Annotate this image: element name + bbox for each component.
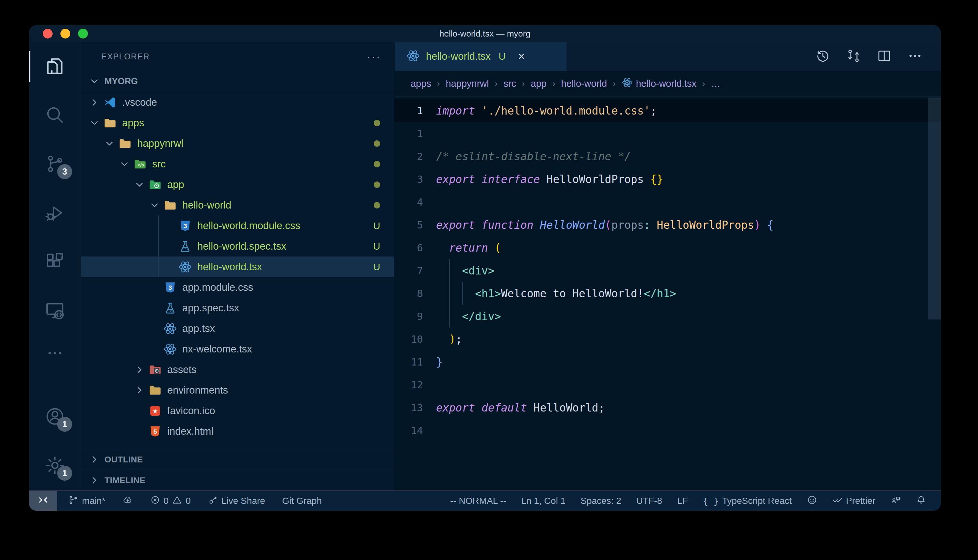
activity-item-search[interactable] [29, 91, 81, 140]
minimize-window-button[interactable] [60, 29, 70, 38]
file-tree: .vscodeappshappynrwl</>srcapphello-world… [81, 92, 394, 442]
line-number: 14 [394, 425, 423, 436]
code-line[interactable]: 1import './hello-world.module.css'; [394, 99, 941, 122]
editor-actions [815, 42, 941, 71]
status-sync-changes[interactable] [122, 495, 133, 507]
chevron-right-icon[interactable] [89, 95, 103, 110]
code-line[interactable]: 11} [394, 350, 941, 373]
section-timeline[interactable]: TIMELINE [81, 470, 394, 490]
activity-item-settings[interactable]: 1 [29, 442, 81, 490]
breadcrumb-item[interactable]: app [531, 78, 547, 89]
code-line[interactable]: 13export default HelloWorld; [394, 396, 941, 419]
tree-item-index-html[interactable]: 5index.html [81, 421, 394, 442]
close-window-button[interactable] [43, 29, 53, 38]
tree-item-app-spec-tsx[interactable]: TSapp.spec.tsx [81, 298, 394, 318]
tree-item-favicon-ico[interactable]: ★favicon.ico [81, 400, 394, 421]
code-line[interactable]: 7 <div> [394, 259, 941, 282]
status-encoding[interactable]: UTF-8 [636, 496, 662, 506]
breadcrumb-item[interactable]: apps [411, 78, 431, 89]
git-untracked-badge: U [373, 220, 380, 232]
chevron-down-icon[interactable] [134, 178, 148, 192]
activity-item-run-debug[interactable] [29, 189, 81, 238]
status-problems[interactable]: 00 [150, 495, 191, 507]
workspace-root-row[interactable]: MYORG [81, 71, 394, 92]
status-notifications[interactable] [916, 495, 926, 507]
explorer-more-actions-icon[interactable]: ··· [367, 50, 381, 63]
tree-item-hello-world-tsx[interactable]: hello-world.tsxU [81, 257, 394, 277]
tree-item-app-tsx[interactable]: app.tsx [81, 318, 394, 339]
editor-scrollbar[interactable] [928, 98, 941, 320]
tree-item-hello-world-module-css[interactable]: 3hello-world.module.cssU [81, 215, 394, 236]
tree-item-app-module-css[interactable]: 3app.module.css [81, 277, 394, 298]
status-language-mode[interactable]: { }TypeScript React [703, 496, 792, 506]
tree-item-hello-world-spec-tsx[interactable]: TShello-world.spec.tsxU [81, 236, 394, 257]
tree-item-apps[interactable]: apps [81, 113, 394, 133]
more-actions-icon[interactable] [908, 48, 923, 65]
code-line[interactable]: 10 ); [394, 328, 941, 350]
traffic-lights [43, 25, 88, 42]
breadcrumb-item[interactable]: … [711, 78, 721, 89]
tree-item-app[interactable]: app [81, 174, 394, 195]
chevron-spacer [164, 218, 178, 233]
zoom-window-button[interactable] [78, 29, 88, 38]
status-text: Prettier [846, 496, 876, 506]
activity-item-accounts[interactable]: 1 [29, 393, 81, 442]
window-title: hello-world.tsx — myorg [439, 29, 530, 39]
breadcrumb-item[interactable]: src [503, 78, 516, 89]
status-indentation[interactable]: Spaces: 2 [580, 496, 621, 506]
status-git-graph[interactable]: Git Graph [282, 496, 322, 506]
code-line[interactable]: 1 [394, 122, 941, 145]
tab-hello-world-tsx[interactable]: hello-world.tsx U × [395, 42, 567, 71]
tree-item-nx-welcome-tsx[interactable]: nx-welcome.tsx [81, 339, 394, 359]
status-git-branch[interactable]: main* [68, 495, 105, 507]
status-octoface[interactable] [807, 495, 817, 507]
activity-item-source-control[interactable]: 3 [29, 140, 81, 189]
code-line[interactable]: 2/* eslint-disable-next-line */ [394, 145, 941, 168]
history-icon[interactable] [815, 48, 830, 65]
close-tab-icon[interactable]: × [518, 51, 525, 62]
breadcrumb-item[interactable]: hello-world [561, 78, 607, 89]
status-eol[interactable]: LF [677, 496, 688, 506]
status-live-share[interactable]: Live Share [208, 495, 265, 507]
code-line[interactable]: 9 </div> [394, 305, 941, 328]
git-modified-dot [374, 140, 380, 147]
chevron-down-icon[interactable] [89, 116, 103, 130]
status-vim-mode[interactable]: -- NORMAL -- [450, 496, 506, 506]
activity-item-remote-explorer[interactable] [29, 287, 81, 336]
breadcrumb-item[interactable]: happynrwl [446, 78, 489, 89]
code-editor[interactable]: 1import './hello-world.module.css';12/* … [394, 97, 941, 490]
chevron-down-icon[interactable] [104, 137, 118, 151]
tree-item-environments[interactable]: environments [81, 380, 394, 400]
chevron-down-icon[interactable] [119, 157, 133, 171]
activity-item-explorer[interactable] [29, 42, 81, 91]
react-icon [163, 342, 177, 356]
open-changes-icon[interactable] [846, 48, 861, 65]
tree-item--vscode[interactable]: .vscode [81, 92, 394, 113]
folder-env-icon [148, 383, 162, 397]
activity-item-extensions[interactable] [29, 238, 81, 287]
tree-item-assets[interactable]: assets [81, 359, 394, 380]
code-line[interactable]: 8 <h1>Welcome to HelloWorld!</h1> [394, 282, 941, 305]
code-line[interactable]: 4 [394, 191, 941, 213]
split-editor-icon[interactable] [877, 48, 892, 65]
breadcrumb-item[interactable]: hello-world.tsx [622, 77, 696, 90]
code-line[interactable]: 5export function HelloWorld(props: Hello… [394, 213, 941, 236]
activity-item-more-views[interactable] [29, 336, 81, 372]
code-line[interactable]: 14 [394, 419, 941, 442]
tree-item-hello-world[interactable]: hello-world [81, 195, 394, 215]
svg-text:3: 3 [169, 284, 172, 291]
breadcrumb-separator: › [551, 78, 557, 89]
chevron-right-icon[interactable] [134, 363, 148, 377]
status-prettier[interactable]: Prettier [832, 495, 876, 507]
remote-indicator-button[interactable] [29, 491, 57, 511]
code-line[interactable]: 12 [394, 373, 941, 396]
chevron-down-icon[interactable] [149, 198, 163, 212]
section-outline[interactable]: OUTLINE [81, 449, 394, 470]
status-feedback[interactable] [891, 495, 901, 507]
chevron-right-icon[interactable] [134, 383, 148, 397]
tree-item-happynrwl[interactable]: happynrwl [81, 133, 394, 154]
code-line[interactable]: 3export interface HelloWorldProps {} [394, 168, 941, 191]
code-line[interactable]: 6 return ( [394, 236, 941, 259]
status-cursor-position[interactable]: Ln 1, Col 1 [522, 496, 565, 506]
tree-item-src[interactable]: </>src [81, 154, 394, 174]
